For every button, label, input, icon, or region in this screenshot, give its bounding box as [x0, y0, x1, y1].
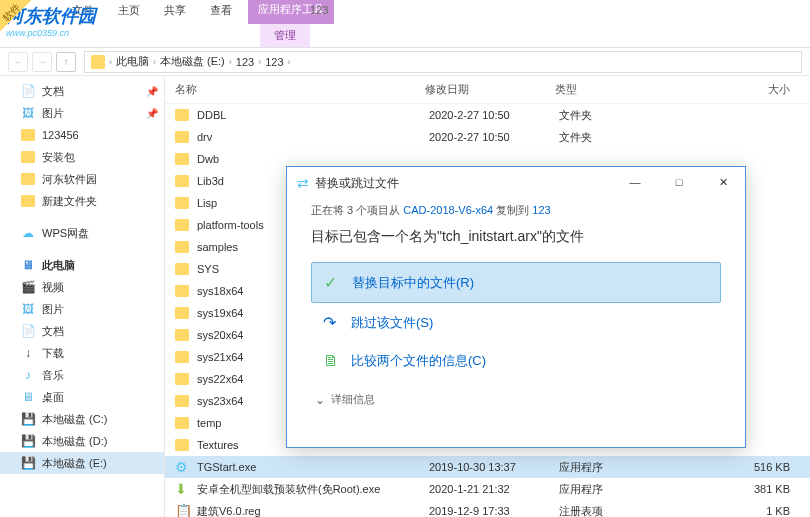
window-title: 123 [310, 4, 328, 16]
replace-dialog: ⇄ 替换或跳过文件 — □ ✕ 正在将 3 个项目从 CAD-2018-V6-x… [286, 166, 746, 448]
sidebar-thispc[interactable]: 🖥此电脑 [0, 254, 164, 276]
sidebar-item-label: 图片 [42, 302, 64, 317]
folder-icon [175, 173, 193, 189]
file-name: Dwb [197, 153, 429, 165]
file-type: 应用程序 [559, 482, 659, 497]
folder-icon [175, 349, 193, 365]
pin-icon: 📌 [146, 86, 158, 97]
sidebar-item-label: 视频 [42, 280, 64, 295]
crumb-pc[interactable]: 此电脑 [116, 54, 149, 69]
sidebar-item[interactable]: 123456 [0, 124, 164, 146]
details-toggle[interactable]: ⌄ 详细信息 [311, 380, 721, 407]
col-type[interactable]: 类型 [555, 82, 655, 97]
exe-icon: ⚙ [175, 459, 193, 475]
file-row[interactable]: ⚙TGStart.exe2019-10-30 13:37应用程序516 KB [165, 456, 810, 478]
dialog-action-check[interactable]: ✓替换目标中的文件(R) [311, 262, 721, 303]
file-size: 1 KB [659, 505, 800, 517]
folder-icon [175, 283, 193, 299]
sidebar-wps[interactable]: ☁WPS网盘 [0, 222, 164, 244]
crumb-drive[interactable]: 本地磁盘 (E:) [160, 54, 225, 69]
sidebar-item[interactable]: 新建文件夹 [0, 190, 164, 212]
ribbon-row2: 文件 主页 共享 查看 管理 [60, 24, 310, 47]
folder-icon [175, 195, 193, 211]
sidebar-item[interactable]: 💾本地磁盘 (D:) [0, 430, 164, 452]
file-row[interactable]: ⬇安卓全机型卸载预装软件(免Root).exe2020-1-21 21:32应用… [165, 478, 810, 500]
sidebar-item[interactable]: 河东软件园 [0, 168, 164, 190]
folder-icon [175, 437, 193, 453]
file-name: 建筑V6.0.reg [197, 504, 429, 518]
nav-back-button[interactable]: ← [8, 52, 28, 72]
dialog-minimize-button[interactable]: — [613, 167, 657, 197]
folder-icon [20, 193, 36, 209]
file-date: 2019-12-9 17:33 [429, 505, 559, 517]
file-date: 2020-1-21 21:32 [429, 483, 559, 495]
sidebar-item-label: 本地磁盘 (C:) [42, 412, 107, 427]
folder-icon [20, 149, 36, 165]
sidebar-item[interactable]: 🖼图片📌 [0, 102, 164, 124]
sidebar-item[interactable]: 🖼图片 [0, 298, 164, 320]
folder-icon [175, 415, 193, 431]
sidebar-item[interactable]: 💾本地磁盘 (C:) [0, 408, 164, 430]
col-date[interactable]: 修改日期 [425, 82, 555, 97]
check-icon: ✓ [324, 273, 342, 292]
sidebar-item[interactable]: 🖥桌面 [0, 386, 164, 408]
ribbon-tab-manage[interactable]: 管理 [260, 24, 310, 47]
file-size: 516 KB [659, 461, 800, 473]
sidebar-item-label: 此电脑 [42, 258, 75, 273]
file-row[interactable]: 📋建筑V6.0.reg2019-12-9 17:33注册表项1 KB [165, 500, 810, 517]
file-row[interactable]: drv2020-2-27 10:50文件夹 [165, 126, 810, 148]
sidebar-item[interactable]: 🎬视频 [0, 276, 164, 298]
sidebar-item[interactable]: ↓下载 [0, 342, 164, 364]
dialog-titlebar: ⇄ 替换或跳过文件 — □ ✕ [287, 167, 745, 199]
file-type: 文件夹 [559, 108, 659, 123]
sidebar-item[interactable]: 💾本地磁盘 (E:) [0, 452, 164, 474]
folder-icon [175, 107, 193, 123]
sidebar-item-label: 文档 [42, 84, 64, 99]
dialog-action-compare[interactable]: 🗎比较两个文件的信息(C) [311, 342, 721, 380]
doc-icon: 📄 [20, 323, 36, 339]
ribbon-tab-home[interactable]: 主页 [106, 0, 152, 24]
sidebar-item-label: 河东软件园 [42, 172, 97, 187]
dialog-maximize-button[interactable]: □ [657, 167, 701, 197]
file-type: 文件夹 [559, 130, 659, 145]
crumb-folder2[interactable]: 123 [265, 56, 283, 68]
disk-icon: 💾 [20, 411, 36, 427]
ribbon-tab-share[interactable]: 共享 [152, 0, 198, 24]
sidebar-item-label: 下载 [42, 346, 64, 361]
col-size[interactable]: 大小 [655, 82, 800, 97]
dialog-action-skip[interactable]: ↷跳过该文件(S) [311, 303, 721, 342]
file-row[interactable]: DDBL2020-2-27 10:50文件夹 [165, 104, 810, 126]
sidebar-item-label: 图片 [42, 106, 64, 121]
folder-icon [175, 217, 193, 233]
file-date: 2019-10-30 13:37 [429, 461, 559, 473]
nav-forward-button[interactable]: → [32, 52, 52, 72]
action-label: 比较两个文件的信息(C) [351, 352, 486, 370]
music-icon: ♪ [20, 367, 36, 383]
folder-icon [175, 129, 193, 145]
folder-icon [175, 305, 193, 321]
dl-icon: ↓ [20, 345, 36, 361]
sidebar-item[interactable]: 📄文档 [0, 320, 164, 342]
column-headers: 名称 修改日期 类型 大小 [165, 76, 810, 104]
file-size: 381 KB [659, 483, 800, 495]
sidebar-item[interactable]: 📄文档📌 [0, 80, 164, 102]
breadcrumb-path[interactable]: › 此电脑 › 本地磁盘 (E:) › 123 › 123 › [84, 51, 802, 73]
sidebar-item-label: 本地磁盘 (D:) [42, 434, 107, 449]
skip-icon: ↷ [323, 313, 341, 332]
col-name[interactable]: 名称 [175, 82, 425, 97]
sidebar-item[interactable]: 安装包 [0, 146, 164, 168]
action-label: 替换目标中的文件(R) [352, 274, 474, 292]
disk-icon: 💾 [20, 433, 36, 449]
cloud-icon: ☁ [20, 225, 36, 241]
folder-icon [175, 371, 193, 387]
nav-up-button[interactable]: ↑ [56, 52, 76, 72]
ribbon-tab-view[interactable]: 查看 [198, 0, 244, 24]
conflict-message: 目标已包含一个名为"tch_initstart.arx"的文件 [311, 228, 721, 246]
folder-icon [20, 127, 36, 143]
dialog-title-text: 替换或跳过文件 [315, 175, 399, 192]
crumb-folder1[interactable]: 123 [236, 56, 254, 68]
dialog-close-button[interactable]: ✕ [701, 167, 745, 197]
sidebar-item-label: 新建文件夹 [42, 194, 97, 209]
sidebar-item[interactable]: ♪音乐 [0, 364, 164, 386]
doc-icon: 📄 [20, 83, 36, 99]
